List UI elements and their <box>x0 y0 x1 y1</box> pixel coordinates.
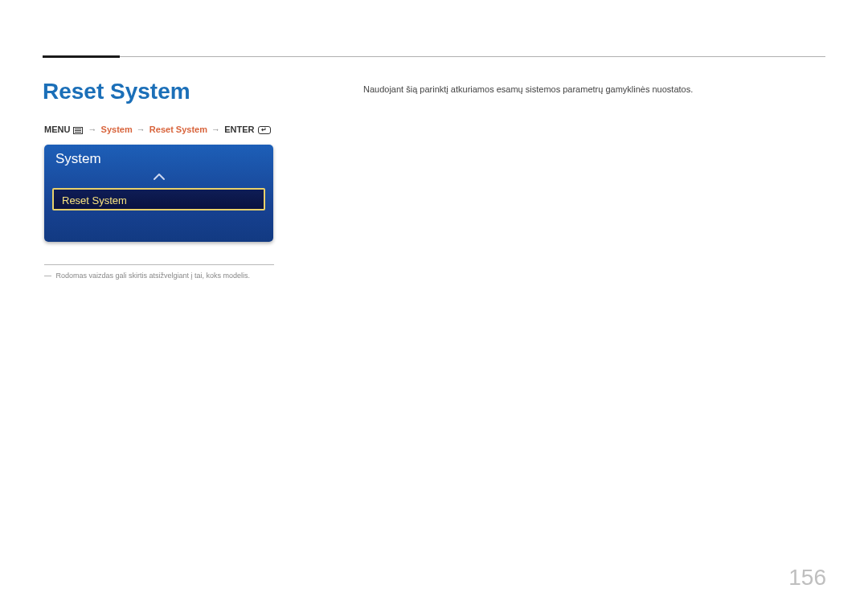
chevron-up-icon <box>44 172 273 186</box>
breadcrumb-path-system: System <box>101 125 133 134</box>
breadcrumb-arrow: → <box>211 125 220 134</box>
enter-icon <box>258 126 271 134</box>
breadcrumb-arrow: → <box>88 125 97 134</box>
menu-icon <box>73 127 83 134</box>
page-number: 156 <box>788 565 826 591</box>
header-divider <box>43 56 825 57</box>
breadcrumb-arrow: → <box>137 125 145 134</box>
breadcrumb: MENU → System → Reset System → ENTER <box>44 125 271 134</box>
footnote: ― Rodomas vaizdas gali skirtis atsižvelg… <box>44 272 250 280</box>
breadcrumb-path-reset: Reset System <box>149 125 207 134</box>
page-title: Reset System <box>43 79 190 104</box>
osd-panel: System Reset System <box>44 145 273 242</box>
page-description: Naudojant šią parinktį atkuriamos esamų … <box>363 84 693 94</box>
footnote-divider <box>44 264 274 265</box>
osd-selected-item: Reset System <box>52 188 265 210</box>
footnote-dash: ― <box>44 272 51 280</box>
osd-panel-title: System <box>44 145 273 172</box>
breadcrumb-menu-label: MENU <box>44 125 70 134</box>
breadcrumb-enter-label: ENTER <box>224 125 254 134</box>
header-accent <box>43 55 120 58</box>
footnote-text: Rodomas vaizdas gali skirtis atsižvelgia… <box>56 272 251 280</box>
